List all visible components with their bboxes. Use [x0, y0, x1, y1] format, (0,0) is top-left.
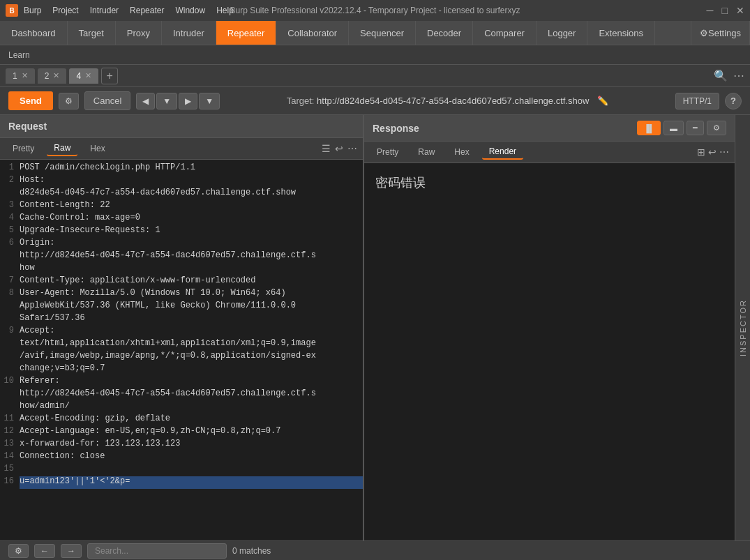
main-content: Request Pretty Raw Hex ☰ ↩ ⋯ 1POST /admi… [0, 115, 750, 540]
bottom-settings-btn[interactable]: ⚙ [8, 544, 29, 558]
table-row: AppleWebKit/537.36 (KHTML, like Gecko) C… [0, 301, 363, 313]
tab-1-label: 1 [13, 71, 17, 81]
prev-button[interactable]: ◀ [136, 93, 155, 109]
request-list-icon[interactable]: ☰ [322, 143, 331, 154]
nav-tab-sequencer[interactable]: Sequencer [349, 21, 416, 45]
tab-4-close[interactable]: ✕ [85, 71, 91, 80]
nav-tab-settings[interactable]: ⚙ Settings [691, 21, 750, 45]
tab-1-close[interactable]: ✕ [22, 71, 28, 80]
nav-tab-proxy[interactable]: Proxy [116, 21, 162, 45]
menu-intruder[interactable]: Intruder [90, 6, 119, 15]
table-row: 16u=admin123'||'1'<'2&p= [0, 476, 363, 489]
view-split-vertical[interactable]: ▬ [663, 121, 684, 135]
table-row: 7Content-Type: application/x-www-form-ur… [0, 275, 363, 288]
table-row: 1POST /admin/checklogin.php HTTP/1.1 [0, 162, 363, 175]
prev-nav-btn[interactable]: ← [34, 544, 55, 558]
add-tab-button[interactable]: + [101, 68, 118, 84]
response-view-icons: ▐▌ ▬ ━ ⚙ [637, 121, 726, 135]
table-row: 10Referer: [0, 376, 363, 388]
bottom-bar: ⚙ ← → 0 matches [0, 540, 750, 560]
response-tab-pretty[interactable]: Pretty [370, 145, 405, 159]
request-more-icon[interactable]: ⋯ [347, 143, 357, 154]
response-copy-icon[interactable]: ⊞ [697, 146, 705, 158]
table-row: 15 [0, 464, 363, 476]
edit-target-icon[interactable]: ✏️ [597, 96, 608, 106]
table-row: change;v=b3;q=0.7 [0, 363, 363, 376]
settings-gear-icon: ⚙ [700, 28, 708, 38]
tab-2-label: 2 [45, 71, 50, 81]
next-button[interactable]: ▶ [179, 93, 197, 109]
table-row: 14Connection: close [0, 451, 363, 464]
table-row: text/html,application/xhtml+xml,applicat… [0, 338, 363, 351]
request-sub-tabs: Pretty Raw Hex ☰ ↩ ⋯ [0, 138, 363, 160]
request-tab-pretty[interactable]: Pretty [6, 142, 41, 156]
nav-tab-comparer[interactable]: Comparer [473, 21, 537, 45]
request-tab-raw[interactable]: Raw [47, 141, 77, 156]
menu-burp[interactable]: Burp [24, 6, 41, 15]
response-body-text: 密码错误 [375, 176, 426, 190]
maximize-btn[interactable]: □ [722, 5, 728, 16]
repeater-tab-search: 🔍 ⋯ [714, 69, 744, 82]
table-row: 2Host: [0, 175, 363, 188]
repeater-tab-1[interactable]: 1 ✕ [6, 68, 35, 84]
tab-4-label: 4 [76, 71, 81, 81]
request-wrap-icon[interactable]: ↩ [335, 143, 343, 154]
table-row: 12Accept-Language: en-US,en;q=0.9,zh-CN;… [0, 426, 363, 439]
response-tab-hex[interactable]: Hex [447, 145, 476, 159]
send-button[interactable]: Send [8, 91, 53, 110]
request-tab-hex[interactable]: Hex [83, 142, 112, 156]
response-sub-tabs-right: ⊞ ↩ ⋯ [697, 146, 729, 158]
search-icon[interactable]: 🔍 [714, 69, 728, 82]
nav-tab-extensions[interactable]: Extensions [587, 21, 655, 45]
request-title: Request [0, 115, 363, 138]
response-tab-render[interactable]: Render [482, 144, 523, 160]
nav-tab-repeater[interactable]: Repeater [216, 21, 276, 45]
menu-window[interactable]: Window [175, 6, 205, 15]
more-icon[interactable]: ⋯ [733, 69, 744, 82]
request-panel: Request Pretty Raw Hex ☰ ↩ ⋯ 1POST /admi… [0, 115, 364, 540]
view-single[interactable]: ━ [687, 121, 704, 135]
repeater-tab-4[interactable]: 4 ✕ [69, 68, 98, 84]
cancel-button[interactable]: Cancel [84, 91, 130, 110]
nav-tab-logger[interactable]: Logger [537, 21, 587, 45]
table-row: 3Content-Length: 22 [0, 200, 363, 213]
response-more-icon[interactable]: ⋯ [719, 146, 729, 158]
main-nav: Dashboard Target Proxy Intruder Repeater… [0, 21, 750, 45]
nav-tab-intruder[interactable]: Intruder [162, 21, 216, 45]
prev-split-button[interactable]: ▼ [156, 93, 177, 109]
table-row: 4Cache-Control: max-age=0 [0, 213, 363, 225]
request-code-area[interactable]: 1POST /admin/checklogin.php HTTP/1.1 2Ho… [0, 160, 363, 540]
response-body: 密码错误 [364, 163, 735, 540]
target-label: Target: [287, 96, 317, 106]
title-bar-left: B Burp Project Intruder Repeater Window … [6, 4, 234, 17]
nav-tab-collaborator[interactable]: Collaborator [276, 21, 349, 45]
nav-tab-decoder[interactable]: Decoder [416, 21, 473, 45]
table-row: 8User-Agent: Mozilla/5.0 (Windows NT 10.… [0, 288, 363, 301]
inspector-label: INSPECTOR [739, 299, 747, 356]
menu-project[interactable]: Project [52, 6, 78, 15]
http-version-selector[interactable]: HTTP/1 [675, 93, 719, 109]
next-nav-btn[interactable]: → [61, 544, 82, 558]
window-title: Burp Suite Professional v2022.12.4 - Tem… [230, 6, 520, 15]
response-wrap-icon[interactable]: ↩ [708, 146, 717, 158]
nav-tab-target[interactable]: Target [68, 21, 116, 45]
learn-label[interactable]: Learn [8, 50, 30, 60]
view-split-horizontal[interactable]: ▐▌ [637, 121, 661, 135]
response-settings-btn[interactable]: ⚙ [707, 121, 726, 135]
help-button[interactable]: ? [725, 93, 742, 109]
table-row: /avif,image/webp,image/apng,*/*;q=0.8,ap… [0, 351, 363, 363]
nav-tab-dashboard[interactable]: Dashboard [0, 21, 68, 45]
tab-2-close[interactable]: ✕ [53, 71, 59, 80]
next-split-button[interactable]: ▼ [199, 93, 220, 109]
table-row: http://d824de54-d045-47c7-a554-dac4d607e… [0, 388, 363, 401]
close-btn[interactable]: ✕ [736, 5, 744, 16]
minimize-btn[interactable]: ─ [707, 5, 714, 16]
response-tab-raw[interactable]: Raw [411, 145, 442, 159]
menu-repeater[interactable]: Repeater [130, 6, 164, 15]
settings-label: Settings [708, 28, 741, 38]
table-row: Safari/537.36 [0, 313, 363, 326]
matches-label: 0 matches [232, 546, 271, 556]
repeater-tab-2[interactable]: 2 ✕ [38, 68, 67, 84]
send-options-button[interactable]: ⚙ [59, 93, 79, 109]
search-input[interactable] [87, 543, 227, 559]
